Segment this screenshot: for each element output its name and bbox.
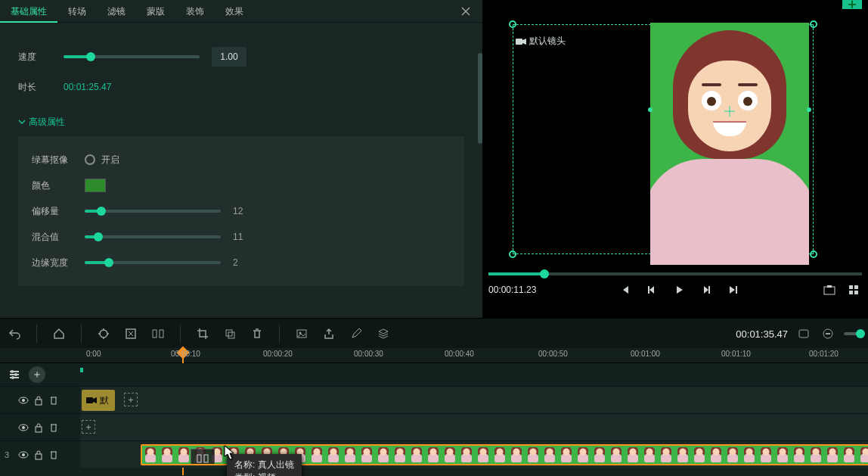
loop-icon[interactable] <box>795 325 812 342</box>
selection-handle-ne[interactable] <box>810 20 817 28</box>
step-back-icon[interactable] <box>643 282 660 298</box>
clip-thumbnail <box>758 446 774 464</box>
tab-effect[interactable]: 效果 <box>215 0 254 23</box>
track-2[interactable]: ＋ <box>80 413 868 440</box>
subject-handle-w[interactable] <box>648 107 653 112</box>
blend-slider-knob[interactable] <box>94 232 103 241</box>
track-1[interactable]: 默 ＋ <box>80 386 868 413</box>
eye-icon[interactable] <box>18 395 29 406</box>
preview-scrubber[interactable] <box>488 272 862 275</box>
add-clip-box[interactable]: ＋ <box>124 393 138 406</box>
camera-icon <box>86 397 97 404</box>
clip-thumbnail <box>641 446 658 464</box>
step-fwd-icon[interactable] <box>698 282 715 298</box>
subject-center-icon[interactable] <box>724 106 735 117</box>
color-swatch[interactable] <box>85 179 106 192</box>
add-clip-box[interactable]: ＋ <box>82 420 95 434</box>
offset-slider[interactable] <box>85 210 221 213</box>
svg-rect-5 <box>827 285 832 288</box>
tab-transition[interactable]: 转场 <box>57 0 97 23</box>
svg-rect-3 <box>736 286 737 294</box>
lock-icon[interactable] <box>33 450 44 460</box>
svg-rect-2 <box>708 286 710 294</box>
selection-handle-se[interactable] <box>810 250 817 258</box>
svg-rect-13 <box>160 330 163 338</box>
speed-slider[interactable] <box>64 55 200 58</box>
edit-icon[interactable] <box>348 325 364 342</box>
tab-filter[interactable]: 滤镜 <box>97 0 136 23</box>
home-icon[interactable] <box>51 325 67 342</box>
selection-handle-nw[interactable] <box>509 20 516 28</box>
chroma-radio[interactable] <box>85 154 95 165</box>
clip-thumbnail <box>392 446 408 464</box>
clip-thumbnail <box>608 446 625 464</box>
target-icon[interactable] <box>95 325 112 342</box>
clip-thumbnail <box>724 446 741 464</box>
speed-slider-knob[interactable] <box>86 52 95 61</box>
blend-label: 混合值 <box>32 231 85 244</box>
tracks-settings-icon[interactable] <box>6 366 23 383</box>
speed-value[interactable]: 1.00 <box>212 47 246 67</box>
skip-end-icon[interactable] <box>725 282 742 298</box>
tab-decor[interactable]: 装饰 <box>175 0 215 23</box>
project-timecode: 00:01:35.47 <box>736 328 788 340</box>
transport-bar: 00:00:11.23 <box>488 282 862 298</box>
track-3[interactable] <box>80 440 868 468</box>
timeline-ruler[interactable]: 0:0000:00:1000:00:2000:00:3000:00:4000:0… <box>0 348 868 363</box>
eye-icon[interactable] <box>18 422 29 433</box>
tab-basic[interactable]: 基础属性 <box>0 0 57 23</box>
camera-clip[interactable]: 默 <box>82 390 115 411</box>
track-trash-icon[interactable] <box>48 422 59 433</box>
close-icon[interactable] <box>461 7 482 16</box>
edge-slider[interactable] <box>85 261 221 264</box>
screenshot-icon[interactable] <box>821 282 838 298</box>
image-icon[interactable] <box>293 325 310 342</box>
copy-icon[interactable] <box>222 325 238 342</box>
preview-subject[interactable] <box>650 23 809 265</box>
split-icon[interactable] <box>150 325 166 342</box>
clip-thumbnail <box>691 446 708 464</box>
zoom-out-icon[interactable] <box>820 325 836 342</box>
track-header-1[interactable] <box>0 386 80 413</box>
fit-icon[interactable] <box>122 325 139 342</box>
grid-icon[interactable] <box>845 282 862 298</box>
blend-slider[interactable] <box>85 235 221 238</box>
preview-scrubber-knob[interactable] <box>540 269 549 278</box>
crop-icon[interactable] <box>194 325 211 342</box>
clip-thumbnail <box>159 446 175 464</box>
clip-thumbnail <box>841 446 857 464</box>
tab-mask[interactable]: 蒙版 <box>136 0 175 23</box>
preview-canvas[interactable]: 默认镜头 <box>488 9 862 263</box>
track-header-2[interactable] <box>0 413 80 440</box>
subject-handle-e[interactable] <box>807 107 811 112</box>
lock-icon[interactable] <box>33 395 44 406</box>
edge-slider-knob[interactable] <box>104 258 113 267</box>
skip-start-icon[interactable] <box>616 282 633 298</box>
svg-rect-25 <box>36 400 42 405</box>
svg-rect-6 <box>849 285 853 289</box>
add-track-button[interactable]: ＋ <box>29 366 45 383</box>
edge-value[interactable]: 2 <box>233 257 238 268</box>
lock-icon[interactable] <box>33 422 44 433</box>
advanced-collapser[interactable]: 高级属性 <box>18 110 464 133</box>
clip-thumbnail <box>408 446 425 464</box>
zoom-slider[interactable] <box>844 332 862 335</box>
track-header-3[interactable]: 3 <box>0 440 80 468</box>
offset-slider-knob[interactable] <box>97 207 106 216</box>
split-clip-icon[interactable] <box>191 449 215 465</box>
track-trash-icon[interactable] <box>48 395 59 406</box>
offset-value[interactable]: 12 <box>233 206 243 216</box>
play-icon[interactable] <box>671 282 687 298</box>
zoom-knob[interactable] <box>856 329 865 338</box>
trash-icon[interactable] <box>249 325 265 342</box>
track-trash-icon[interactable] <box>48 450 59 460</box>
blend-value[interactable]: 11 <box>233 232 243 242</box>
export-icon[interactable] <box>321 325 337 342</box>
ruler-tick: 00:01:10 <box>721 350 751 358</box>
svg-point-22 <box>11 376 14 379</box>
undo-icon[interactable] <box>6 325 23 342</box>
eye-icon[interactable] <box>18 450 29 460</box>
selection-handle-sw[interactable] <box>509 250 516 258</box>
layers-icon[interactable] <box>375 325 392 342</box>
clip-thumbnail <box>708 446 724 464</box>
